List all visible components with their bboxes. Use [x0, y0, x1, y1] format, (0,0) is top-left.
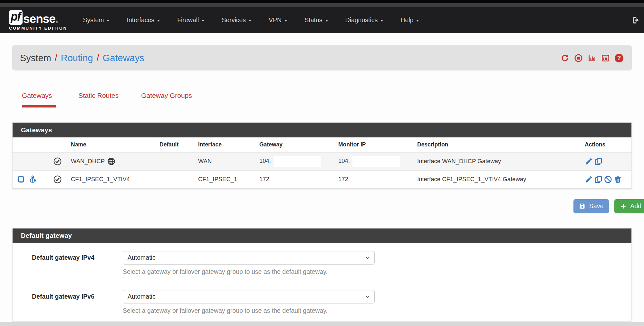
gateway-enabled-icon [53, 175, 62, 184]
window-top-strip [0, 0, 644, 3]
nav-item-status[interactable]: Status [296, 16, 336, 24]
col-default: Default [155, 137, 194, 152]
page-content: System / Routing / Gateways ? [0, 45, 644, 321]
default-gateway-panel-title: Default gateway [13, 228, 631, 243]
refresh-icon[interactable] [561, 54, 569, 62]
help-icon[interactable]: ? [615, 54, 623, 62]
nav-item-help[interactable]: Help [392, 16, 428, 24]
form-row-ipv4: Default gateway IPv4 Automatic Select a … [13, 243, 631, 282]
table-row: WAN_DHCP WAN 104. 104. Interface WAN_DHC… [13, 152, 631, 170]
nav-label: Diagnostics [345, 16, 378, 24]
gateways-table: Name Default Interface Gateway Monitor I… [13, 137, 631, 189]
edit-icon[interactable] [585, 157, 593, 165]
gateway-monitor-ip: 172. [334, 170, 413, 188]
selected-value: Automatic [128, 254, 156, 261]
bottom-strip [0, 322, 644, 326]
save-button-label: Save [589, 202, 603, 210]
nav-label: System [83, 16, 104, 24]
breadcrumb-separator: / [55, 53, 57, 63]
sign-out-icon[interactable] [631, 16, 640, 24]
caret-down-icon [157, 20, 160, 22]
gateway-enabled-icon [53, 157, 62, 166]
col-name: Name [66, 137, 155, 152]
chevron-down-icon [365, 255, 370, 260]
nav-item-diagnostics[interactable]: Diagnostics [337, 16, 392, 24]
form-row-ipv6: Default gateway IPv6 Automatic Select a … [13, 282, 631, 321]
add-button-label: Add [630, 202, 641, 210]
col-description: Description [413, 137, 580, 152]
caret-down-icon [380, 20, 383, 22]
add-button[interactable]: Add [614, 199, 644, 213]
redaction-box [274, 156, 321, 167]
breadcrumb-section: System [20, 53, 51, 63]
nav-item-vpn[interactable]: VPN [260, 16, 296, 24]
nav-item-services[interactable]: Services [213, 16, 260, 24]
globe-icon [105, 157, 115, 165]
monitor-graphs-icon[interactable] [588, 54, 596, 62]
col-interface: Interface [194, 137, 255, 152]
breadcrumb-bar: System / Routing / Gateways ? [12, 45, 632, 70]
monitor-ip-text: 104. [338, 157, 350, 164]
default-gateway-ipv4-label: Default gateway IPv4 [32, 251, 123, 275]
caret-down-icon [416, 20, 419, 22]
save-button[interactable]: Save [573, 199, 609, 213]
col-status [49, 137, 66, 152]
table-action-buttons: Save Add [12, 199, 644, 213]
default-gateway-ipv4-select[interactable]: Automatic [123, 251, 375, 265]
gateway-name: WAN_DHCP [71, 158, 105, 165]
gateway-address: 104. [255, 152, 334, 170]
main-nav: System Interfaces Firewall Services VPN … [74, 16, 428, 24]
caret-down-icon [107, 20, 109, 22]
nav-label: Firewall [177, 16, 199, 24]
gateways-panel: Gateways Name Default Interface Gateway … [12, 122, 632, 189]
registered-mark: ® [56, 21, 58, 24]
square-icon[interactable] [17, 175, 25, 183]
edit-icon[interactable] [585, 175, 593, 183]
nav-label: Status [304, 16, 322, 24]
default-gateway-ipv6-help: Select a gateway or failover gateway gro… [123, 307, 375, 314]
nav-label: Interfaces [127, 16, 154, 24]
stop-circle-icon[interactable] [574, 54, 583, 62]
pf-logo-box: pf [9, 10, 23, 25]
view-log-icon[interactable] [601, 54, 610, 62]
delete-icon[interactable] [614, 175, 622, 183]
community-edition-label: COMMUNITY EDITION [9, 26, 67, 31]
breadcrumb-actions: ? [561, 54, 623, 62]
nav-label: Services [222, 16, 246, 24]
caret-down-icon [202, 20, 204, 22]
default-gateway-ipv6-label: Default gateway IPv6 [32, 290, 123, 314]
nav-item-system[interactable]: System [74, 16, 118, 24]
gateway-monitor-ip: 104. [334, 152, 413, 170]
col-monitor-ip: Monitor IP [334, 137, 413, 152]
default-gateway-panel: Default gateway Default gateway IPv4 Aut… [12, 228, 632, 321]
save-icon [579, 203, 586, 210]
gateway-address-text: 104. [259, 157, 271, 164]
disable-icon[interactable] [604, 175, 612, 183]
nav-label: Help [400, 16, 413, 24]
copy-icon[interactable] [594, 175, 602, 183]
nav-item-interfaces[interactable]: Interfaces [118, 16, 168, 24]
copy-icon[interactable] [594, 157, 602, 165]
plus-icon [620, 203, 627, 210]
tab-gateway-groups[interactable]: Gateway Groups [141, 92, 192, 107]
gateway-address: 172. [255, 170, 334, 188]
nav-item-firewall[interactable]: Firewall [168, 16, 213, 24]
breadcrumb-link-gateways[interactable]: Gateways [103, 53, 144, 63]
gateway-description: Interface WAN_DHCP Gateway [413, 152, 580, 170]
default-gateway-ipv4-help: Select a gateway or failover gateway gro… [123, 268, 375, 275]
caret-down-icon [325, 20, 328, 22]
redaction-box [352, 156, 400, 167]
pfsense-logo[interactable]: pf sense ® COMMUNITY EDITION [9, 10, 67, 31]
anchor-icon[interactable] [28, 175, 37, 184]
chevron-down-icon [365, 294, 370, 299]
breadcrumb: System / Routing / Gateways [20, 53, 144, 63]
caret-down-icon [284, 20, 287, 22]
breadcrumb-link-routing[interactable]: Routing [61, 53, 93, 63]
window-title-strip [0, 3, 644, 7]
tab-gateways[interactable]: Gateways [22, 92, 56, 107]
tab-static-routes[interactable]: Static Routes [78, 92, 119, 107]
col-gateway: Gateway [255, 137, 334, 152]
default-gateway-ipv6-select[interactable]: Automatic [123, 290, 375, 303]
gateways-panel-title: Gateways [13, 123, 631, 137]
gateway-interface: WAN [194, 152, 255, 170]
